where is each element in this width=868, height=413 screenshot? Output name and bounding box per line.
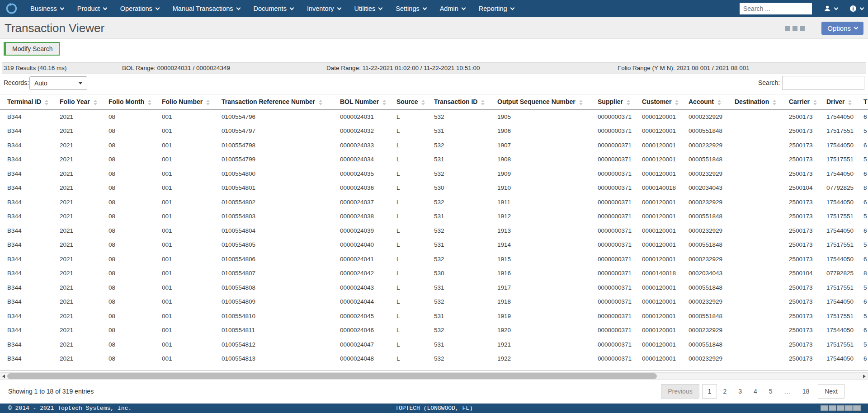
page-button-5[interactable]: 5 (763, 384, 778, 399)
table-row[interactable]: B34420210800101005548010000024036L530191… (0, 181, 868, 195)
table-row[interactable]: B34420210800101005548130000024048L532192… (0, 352, 868, 366)
table-cell: 0100554805 (214, 238, 333, 252)
table-cell: 0000000371 (590, 252, 635, 267)
table-row[interactable]: B34420210800101005547960000024031L532190… (0, 110, 868, 124)
scrollbar-thumb[interactable] (7, 373, 657, 379)
table-cell: 0000120001 (635, 295, 681, 309)
column-header-bol-number[interactable]: BOL Number (333, 94, 389, 110)
table-cell: 08 (101, 266, 155, 281)
table-search-input[interactable] (782, 76, 864, 90)
column-header-destination[interactable]: Destination (727, 94, 782, 110)
column-header-transaction-id[interactable]: Transaction ID (427, 94, 490, 110)
table-row[interactable]: B34420210800101005548120000024047L531192… (0, 338, 868, 352)
global-search-input[interactable] (740, 3, 812, 14)
column-header-output-sequence-number[interactable]: Output Sequence Number (490, 94, 590, 110)
column-header-supplier[interactable]: Supplier (590, 94, 635, 110)
page-button-2[interactable]: 2 (717, 384, 732, 399)
column-header-folio-number[interactable]: Folio Number (155, 94, 214, 110)
table-cell: 0000000371 (590, 152, 635, 167)
nav-item-admin[interactable]: Admin (433, 0, 472, 17)
column-header-t[interactable]: T (856, 94, 868, 110)
column-header-terminal-id[interactable]: Terminal ID (0, 94, 52, 110)
next-page-button[interactable]: Next (818, 384, 844, 399)
page-button-1[interactable]: 1 (702, 384, 717, 399)
table-cell: 2021 (52, 238, 101, 252)
table-cell: 2021 (52, 167, 101, 181)
table-cell: 0000024033 (333, 138, 389, 153)
column-header-folio-year[interactable]: Folio Year (52, 94, 101, 110)
modify-search-button[interactable]: Modify Search (4, 42, 60, 56)
table-row[interactable]: B34420210800101005548020000024037L532191… (0, 195, 868, 210)
table-row[interactable]: B34420210800101005547990000024034L531190… (0, 152, 868, 167)
nav-item-reporting[interactable]: Reporting (472, 0, 521, 17)
table-row[interactable]: B34420210800101005548090000024044L532191… (0, 295, 868, 309)
column-header-folio-month[interactable]: Folio Month (101, 94, 155, 110)
nav-item-operations[interactable]: Operations (113, 0, 166, 17)
table-cell: 1909 (490, 167, 590, 181)
table-row[interactable]: B34420210800101005548060000024041L532191… (0, 252, 868, 267)
table-cell: 0000000371 (590, 323, 635, 338)
table-cell: 001 (155, 209, 214, 224)
table-row[interactable]: B34420210800101005548080000024043L531191… (0, 281, 868, 295)
nav-item-settings[interactable]: Settings (389, 0, 433, 17)
nav-item-product[interactable]: Product (71, 0, 113, 17)
help-menu[interactable] (849, 5, 863, 12)
table-row[interactable]: B34420210800101005548050000024040L531191… (0, 238, 868, 252)
nav-item-utilities[interactable]: Utilities (348, 0, 389, 17)
table-row[interactable]: B34420210800101005548070000024042L530191… (0, 266, 868, 281)
table-cell (727, 224, 782, 238)
nav-item-label: Inventory (307, 5, 334, 12)
brand-logo-icon[interactable] (5, 3, 17, 14)
options-button[interactable]: Options (821, 22, 863, 35)
nav-item-inventory[interactable]: Inventory (300, 0, 348, 17)
horizontal-scrollbar[interactable] (0, 372, 868, 380)
nav-item-business[interactable]: Business (24, 0, 71, 17)
column-header-source[interactable]: Source (389, 94, 427, 110)
table-info-text: Showing 1 to 18 of 319 entries (8, 388, 94, 395)
previous-page-button[interactable]: Previous (661, 384, 699, 399)
user-menu[interactable] (824, 5, 838, 12)
column-header-account[interactable]: Account (681, 94, 727, 110)
table-cell: 08 (101, 138, 155, 153)
table-cell: 001 (155, 352, 214, 366)
page-button-18[interactable]: 18 (797, 384, 816, 399)
footer: TOPTECH (LONGWOOD, FL) © 2014 - 2021 Top… (0, 404, 868, 413)
table-cell: 531 (427, 238, 490, 252)
table-row[interactable]: B34420210800101005548040000024039L532191… (0, 224, 868, 238)
page-button-4[interactable]: 4 (748, 384, 763, 399)
table-cell: 532 (427, 167, 490, 181)
table-cell: B344 (0, 338, 52, 352)
scroll-right-button[interactable] (861, 373, 868, 380)
nav-item-manual-transactions[interactable]: Manual Transactions (166, 0, 247, 17)
table-cell: 2021 (52, 266, 101, 281)
column-header-driver[interactable]: Driver (819, 94, 856, 110)
table-row[interactable]: B34420210800101005548030000024038L531191… (0, 209, 868, 224)
column-label: Transaction Reference Number (222, 98, 315, 105)
table-cell: 07792825 (819, 266, 856, 281)
table-row[interactable]: B34420210800101005548100000024045L531191… (0, 309, 868, 324)
nav-item-documents[interactable]: Documents (247, 0, 300, 17)
table-cell: 530 (427, 181, 490, 195)
caret-right-icon (863, 375, 866, 378)
table-cell: 08 (101, 238, 155, 252)
table-cell: 0002034043 (681, 266, 727, 281)
table-row[interactable]: B34420210800101005548110000024046L532192… (0, 323, 868, 338)
table-row[interactable]: B34420210800101005547980000024033L532190… (0, 138, 868, 153)
column-header-carrier[interactable]: Carrier (782, 94, 819, 110)
table-row[interactable]: B34420210800101005548000000024035L532190… (0, 167, 868, 181)
scroll-left-button[interactable] (0, 373, 7, 380)
column-header-customer[interactable]: Customer (635, 94, 681, 110)
table-cell: 08 (101, 352, 155, 366)
table-cell: 6 (856, 224, 868, 238)
layout-dots-icon[interactable] (785, 26, 805, 31)
column-header-transaction-reference-number[interactable]: Transaction Reference Number (214, 94, 333, 110)
table-cell: 5 (856, 309, 868, 324)
table-cell: 08 (101, 323, 155, 338)
sort-icon (675, 100, 679, 105)
records-select[interactable]: Auto (29, 76, 87, 90)
table-row[interactable]: B34420210800101005547970000024032L531190… (0, 124, 868, 138)
sort-icon (94, 100, 97, 105)
table-cell: 001 (155, 252, 214, 267)
table-cell: 0000551848 (681, 124, 727, 138)
page-button-3[interactable]: 3 (732, 384, 748, 399)
